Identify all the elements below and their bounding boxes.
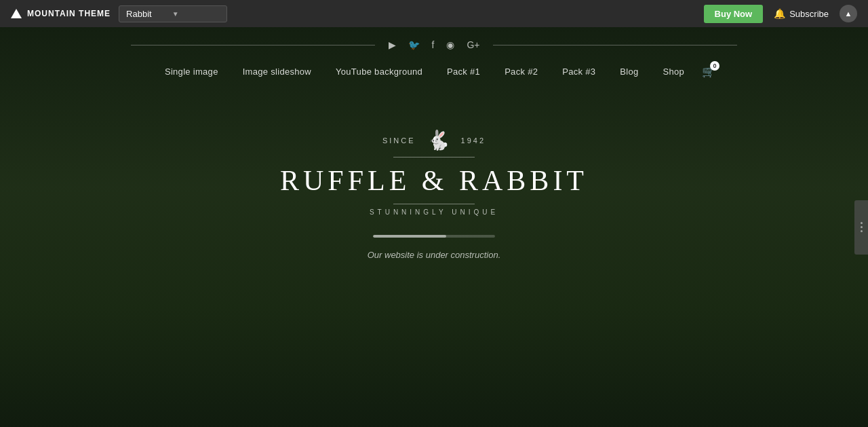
subscribe-button[interactable]: 🔔 Subscribe	[774, 8, 829, 19]
nav-pack1[interactable]: Pack #1	[435, 64, 492, 79]
avatar[interactable]: ▲	[840, 5, 857, 22]
brand-divider-top	[393, 157, 475, 157]
buy-now-button[interactable]: Buy Now	[704, 5, 764, 23]
under-construction-text: Our website is under construction.	[368, 250, 501, 260]
facebook-icon[interactable]: f	[432, 39, 435, 50]
social-line-right	[493, 45, 737, 45]
nav-pack2[interactable]: Pack #2	[492, 64, 550, 79]
dribbble-icon[interactable]: ◉	[446, 39, 454, 50]
since-row: SINCE 🐇 1942	[382, 131, 486, 150]
chevron-down-icon: ▼	[172, 10, 179, 18]
nav-pack3[interactable]: Pack #3	[550, 64, 608, 79]
nav-shop[interactable]: Shop	[651, 64, 697, 79]
admin-bar-left: MOUNTAIN THEME Rabbit ▼	[11, 5, 227, 22]
admin-bar-right: Buy Now 🔔 Subscribe ▲	[704, 5, 857, 23]
nav-image-slideshow[interactable]: Image slideshow	[231, 64, 323, 79]
since-label: SINCE	[382, 136, 416, 145]
subscribe-label: Subscribe	[789, 9, 829, 19]
brand-name: RUFFLE & RABBIT	[280, 164, 588, 197]
nav-youtube-background[interactable]: YouTube background	[323, 64, 435, 79]
bell-icon: 🔔	[774, 8, 785, 19]
social-icons: ▶ 🐦 f ◉ G+	[389, 39, 480, 50]
dropdown-value: Rabbit	[126, 9, 152, 19]
logo-triangle-icon	[11, 9, 22, 18]
sidebar-handle[interactable]	[854, 200, 868, 255]
admin-bar: MOUNTAIN THEME Rabbit ▼ Buy Now 🔔 Subscr…	[0, 0, 868, 27]
youtube-icon[interactable]: ▶	[389, 39, 396, 50]
brand-tagline: STUNNINGLY UNIQUE	[370, 208, 498, 216]
brand-divider-bottom	[393, 204, 475, 204]
cart-badge: 0	[710, 61, 719, 71]
social-line-left	[131, 45, 375, 45]
main-content: ▶ 🐦 f ◉ G+ Single image Image slideshow …	[0, 27, 868, 427]
nav-single-image[interactable]: Single image	[153, 64, 231, 79]
social-bar: ▶ 🐦 f ◉ G+	[0, 27, 868, 58]
twitter-icon[interactable]: 🐦	[408, 39, 420, 50]
year-label: 1942	[461, 136, 486, 145]
admin-logo: MOUNTAIN THEME	[11, 9, 111, 18]
nav-bar: Single image Image slideshow YouTube bac…	[0, 58, 868, 90]
admin-logo-text: MOUNTAIN THEME	[27, 9, 111, 18]
nav-blog[interactable]: Blog	[608, 64, 650, 79]
center-logo: SINCE 🐇 1942 RUFFLE & RABBIT STUNNINGLY …	[0, 131, 868, 260]
theme-dropdown[interactable]: Rabbit ▼	[119, 5, 227, 22]
progress-bar-fill	[373, 235, 446, 238]
progress-bar	[373, 235, 495, 238]
rabbit-icon: 🐇	[427, 131, 450, 150]
sidebar-handle-dots	[861, 222, 863, 232]
cart-icon-wrap[interactable]: 🛒 0	[702, 65, 715, 78]
googleplus-icon[interactable]: G+	[467, 39, 479, 50]
